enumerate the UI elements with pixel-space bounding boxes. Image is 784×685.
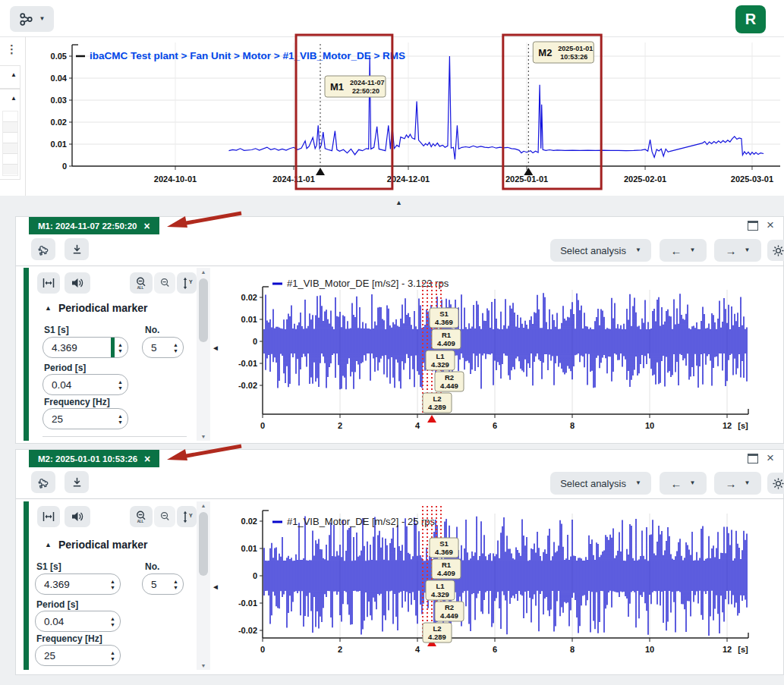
sidebar-scrollbar[interactable]: ▲ ▼ <box>197 268 210 441</box>
user-badge[interactable]: R <box>735 5 766 33</box>
svg-text:0.01: 0.01 <box>51 140 67 149</box>
marker-value-flag[interactable]: R14.409 <box>432 559 461 579</box>
frequency-stepper[interactable]: ▲▼ <box>107 646 120 665</box>
panel-tab-m1[interactable]: M1: 2024-11-07 22:50:20 × <box>29 217 159 234</box>
no-input[interactable]: ▲▼ <box>142 573 184 595</box>
annotation-arrow <box>161 209 246 231</box>
marker-value-flag[interactable]: L24.289 <box>423 393 452 413</box>
sidebar-scrollbar[interactable]: ▲ ▼ <box>197 501 210 670</box>
scale-y-button[interactable]: Y <box>177 272 197 294</box>
scrollbar-thumb[interactable] <box>199 278 208 342</box>
marker-value-flag[interactable]: L14.329 <box>426 580 455 600</box>
select-analysis-dropdown[interactable]: Select analysis ▼ <box>550 239 651 262</box>
collapse-up-icon[interactable]: ▲ <box>11 72 17 78</box>
svg-text:4.369: 4.369 <box>435 318 453 326</box>
close-icon[interactable]: × <box>143 221 150 231</box>
zoom-all-button[interactable]: ALL <box>130 506 153 527</box>
download-button[interactable] <box>65 238 89 260</box>
close-icon[interactable]: × <box>767 218 774 231</box>
svg-text:12: 12 <box>723 645 732 654</box>
analysis-puzzle-button[interactable] <box>31 471 55 493</box>
svg-text:6: 6 <box>493 421 497 430</box>
zoom-out-button[interactable] <box>154 506 175 527</box>
periodical-marker-section[interactable]: ▲ Periodical marker <box>45 302 147 314</box>
fit-width-button[interactable] <box>37 506 60 527</box>
marker-value-flag[interactable]: S14.369 <box>430 538 458 558</box>
no-input[interactable]: ▲▼ <box>142 337 184 358</box>
select-analysis-label: Select analysis <box>560 478 626 489</box>
marker-value-flag[interactable]: R24.449 <box>435 602 464 621</box>
audio-play-button[interactable] <box>65 272 90 294</box>
s1-input[interactable]: ▲▼ <box>35 573 121 595</box>
zoom-all-button[interactable]: ALL <box>130 272 153 294</box>
collapse-sidebar-icon[interactable]: ◄ <box>212 344 219 352</box>
settings-button[interactable] <box>767 240 784 261</box>
chevron-down-icon: ▼ <box>690 480 696 486</box>
s1-stepper[interactable]: ▲▼ <box>115 338 128 357</box>
frequency-value[interactable] <box>36 646 107 665</box>
periodical-marker-section[interactable]: ▲ Periodical marker <box>45 539 147 551</box>
share-split-button[interactable]: ▼ <box>10 6 54 32</box>
waveform-chart-m1[interactable]: 0.020.010-0.01-0.02024681012[s]#1_VIB_Mo… <box>228 268 784 442</box>
scale-y-button[interactable]: Y <box>177 506 197 527</box>
fit-width-button[interactable] <box>37 272 60 294</box>
next-marker-button[interactable]: → ▼ <box>714 239 761 262</box>
audio-play-button[interactable] <box>65 506 90 527</box>
period-stepper[interactable]: ▲▼ <box>115 375 128 394</box>
frequency-input[interactable]: ▲▼ <box>43 408 128 429</box>
maximize-icon[interactable] <box>748 454 758 463</box>
rail-mini-list[interactable] <box>2 111 18 176</box>
select-analysis-dropdown[interactable]: Select analysis ▼ <box>550 472 651 495</box>
no-value[interactable] <box>143 338 170 357</box>
frequency-input[interactable]: ▲▼ <box>35 645 121 666</box>
no-stepper[interactable]: ▲▼ <box>170 574 183 594</box>
period-value[interactable] <box>43 375 115 394</box>
s1-input[interactable]: ▲▼ <box>43 337 128 358</box>
svg-text:2: 2 <box>338 421 342 430</box>
marker-value-flag[interactable]: R24.449 <box>435 372 464 391</box>
collapse-up-icon[interactable]: ▲ <box>11 96 17 102</box>
maximize-icon[interactable] <box>748 221 758 231</box>
s1-value[interactable] <box>43 338 111 357</box>
download-button[interactable] <box>65 471 89 493</box>
marker-value-flag[interactable]: S14.369 <box>430 308 458 328</box>
marker-value-flag[interactable]: L14.329 <box>426 350 455 370</box>
settings-button[interactable] <box>767 473 784 494</box>
period-input[interactable]: ▲▼ <box>35 611 121 632</box>
rms-trend-chart[interactable]: 0.050.040.030.020.0102024-10-012024-11-0… <box>46 33 784 199</box>
marker-triangle[interactable] <box>316 168 325 175</box>
prev-marker-button[interactable]: ← ▼ <box>660 239 707 262</box>
marker-value-flag[interactable]: L24.289 <box>423 623 452 643</box>
next-marker-button[interactable]: → ▼ <box>714 472 761 495</box>
marker-triangle[interactable] <box>427 415 436 423</box>
no-value[interactable] <box>143 574 170 594</box>
svg-text:R2: R2 <box>445 603 454 611</box>
kebab-menu-icon[interactable]: ⋮ <box>6 42 17 56</box>
panel-tab-m2[interactable]: M2: 2025-01-01 10:53:26 × <box>29 450 159 467</box>
marker-flag-M2[interactable]: M22025-01-0110:53:26 <box>533 42 594 63</box>
period-value[interactable] <box>36 611 107 631</box>
scrollbar-thumb[interactable] <box>199 512 208 576</box>
analysis-puzzle-button[interactable] <box>31 238 55 260</box>
s1-value[interactable] <box>36 574 107 594</box>
marker-triangle[interactable] <box>524 168 533 175</box>
s1-stepper[interactable]: ▲▼ <box>107 574 120 594</box>
marker-flag-M1[interactable]: M12024-11-0722:50:20 <box>325 76 386 97</box>
zoom-out-button[interactable] <box>154 272 175 294</box>
splitter-up-icon[interactable]: ▲ <box>395 200 402 206</box>
collapse-sidebar-icon[interactable]: ◄ <box>212 583 219 591</box>
close-icon[interactable]: × <box>767 451 774 464</box>
prev-marker-button[interactable]: ← ▼ <box>660 472 707 495</box>
frequency-stepper[interactable]: ▲▼ <box>115 409 128 429</box>
chevron-down-icon: ▼ <box>635 480 641 486</box>
waveform-chart-m2[interactable]: 0.020.010-0.01-0.02024681012[s]#1_VIB_Mo… <box>228 503 784 671</box>
period-input[interactable]: ▲▼ <box>43 374 128 395</box>
frequency-value[interactable] <box>43 409 115 429</box>
marker-value-flag[interactable]: R14.409 <box>432 329 461 349</box>
no-stepper[interactable]: ▲▼ <box>170 338 183 357</box>
period-stepper[interactable]: ▲▼ <box>107 611 120 631</box>
close-icon[interactable]: × <box>144 454 150 464</box>
svg-text:L1: L1 <box>436 352 445 360</box>
svg-text:4.409: 4.409 <box>437 569 455 577</box>
scale-y-icon: Y <box>181 277 193 290</box>
